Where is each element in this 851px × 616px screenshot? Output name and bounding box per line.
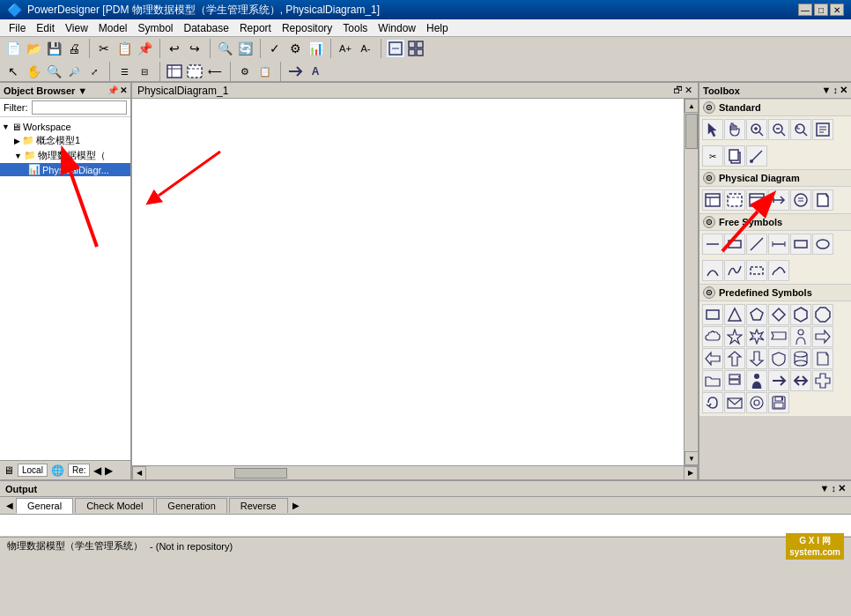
ob-pin-button[interactable]: 📌 [107, 85, 118, 95]
sym-folder[interactable] [702, 370, 723, 391]
local-tab[interactable]: Local [18, 464, 48, 477]
tool-table2[interactable] [746, 189, 767, 211]
tool-diagonal[interactable] [746, 234, 767, 255]
generate-button[interactable]: ⚙ [285, 39, 305, 58]
tb2-align[interactable]: ⊟ [135, 62, 154, 81]
tb2-view[interactable] [185, 62, 204, 81]
check-button[interactable]: ✓ [265, 39, 285, 58]
output-pin-btn[interactable]: ▼ [820, 483, 830, 494]
tool-hline[interactable] [702, 234, 723, 255]
tool-table[interactable] [702, 189, 723, 211]
tool-doc[interactable] [812, 189, 833, 211]
paste-button[interactable]: 📌 [135, 39, 154, 58]
tree-item-physdiagram[interactable]: 📊 PhysicalDiagr... [0, 163, 130, 176]
nav-arrows-right[interactable]: ▶ [290, 501, 302, 510]
sym-arrow-up[interactable] [724, 348, 745, 369]
tool-fk[interactable] [768, 189, 789, 211]
tool-zoom-in[interactable] [746, 119, 767, 140]
maximize-button[interactable]: □ [814, 4, 828, 16]
menu-item-report[interactable]: Report [234, 22, 277, 34]
tb2-props[interactable]: ☰ [115, 62, 134, 81]
tb2-ref[interactable]: ⟵ [205, 62, 225, 81]
tree-item-physmodel[interactable]: ▼ 📁 物理数据模型（ [0, 148, 130, 163]
sym-doc2[interactable] [812, 348, 833, 369]
scroll-down-button[interactable]: ▼ [684, 451, 698, 465]
tool-rect2[interactable] [790, 234, 811, 255]
sym-arrow-down[interactable] [746, 348, 767, 369]
sym-envelope[interactable] [724, 392, 745, 413]
new-button[interactable]: 📄 [4, 39, 23, 58]
cut-button[interactable]: ✂ [94, 39, 114, 58]
menu-item-repository[interactable]: Repository [277, 22, 337, 34]
zoom-in-button[interactable]: A+ [336, 39, 355, 58]
sym-person[interactable] [790, 326, 811, 347]
tb2-extra1[interactable]: ⚙ [235, 62, 255, 81]
tb2-table[interactable] [165, 62, 184, 81]
menu-item-window[interactable]: Window [373, 22, 421, 34]
sym-shield[interactable] [768, 348, 789, 369]
diagram-close-btn[interactable]: ✕ [684, 85, 692, 96]
scroll-thumb[interactable] [685, 114, 698, 149]
output-close-btn[interactable]: ✕ [838, 483, 846, 494]
tb2-fit[interactable]: ⤢ [85, 62, 104, 81]
sym-star6[interactable] [746, 326, 767, 347]
tool-hand[interactable] [724, 119, 745, 140]
sym-db[interactable] [790, 348, 811, 369]
tb2-link[interactable] [285, 62, 305, 81]
tool-ellipse[interactable] [812, 234, 833, 255]
tab-generation[interactable]: Generation [156, 498, 226, 513]
sym-plus[interactable] [812, 370, 833, 391]
refresh-button[interactable]: 🔄 [235, 39, 255, 58]
tool-zoom-out[interactable] [768, 119, 789, 140]
sym-hexagon[interactable] [790, 304, 811, 325]
zoom-out-button[interactable]: A- [356, 39, 375, 58]
sym-arrow-left[interactable] [702, 348, 723, 369]
tree-item-workspace[interactable]: ▼ 🖥 Workspace [0, 121, 130, 133]
hscroll-left-button[interactable]: ◀ [132, 466, 146, 480]
sym-star5[interactable] [724, 326, 745, 347]
diagram-float-btn[interactable]: 🗗 [673, 85, 683, 96]
diagram-canvas[interactable] [132, 99, 684, 465]
tb2-extra2[interactable]: 📋 [255, 62, 275, 81]
menu-item-model[interactable]: Model [93, 22, 133, 34]
tool-rect-free[interactable] [724, 234, 745, 255]
menu-item-symbol[interactable]: Symbol [133, 22, 179, 34]
report-button[interactable]: 📊 [306, 39, 325, 58]
tb2-zoom-out[interactable]: 🔎 [64, 62, 84, 81]
toolbox-pin-btn[interactable]: ▼ [822, 85, 832, 96]
tb2-text[interactable]: A [306, 62, 325, 81]
free-symbols-section-header[interactable]: ⊙ Free Symbols [699, 213, 851, 231]
menu-item-view[interactable]: View [60, 22, 93, 34]
sym-disk[interactable] [768, 392, 789, 413]
sym-server[interactable] [724, 370, 745, 391]
predefined-symbols-collapse-btn[interactable]: ⊙ [703, 286, 715, 299]
physical-diagram-collapse-btn[interactable]: ⊙ [703, 172, 715, 184]
nav-prev[interactable]: ◀ [93, 464, 101, 477]
sym-arrow2-r[interactable] [768, 370, 789, 391]
undo-button[interactable]: ↩ [165, 39, 184, 58]
tb2-1[interactable]: ↖ [4, 62, 23, 81]
hscroll-right-button[interactable]: ▶ [684, 466, 698, 480]
ob-close-button[interactable]: ✕ [120, 85, 127, 95]
find-button[interactable]: 🔍 [215, 39, 234, 58]
tab-checkmodel[interactable]: Check Model [75, 498, 154, 513]
tool-freehand[interactable] [768, 260, 789, 281]
tool-pointer[interactable] [702, 119, 723, 140]
menu-item-database[interactable]: Database [179, 22, 234, 34]
physical-diagram-section-header[interactable]: ⊙ Physical Diagram [699, 169, 851, 187]
nav-arrows-left[interactable]: ◀ [4, 501, 16, 510]
free-symbols-collapse-btn[interactable]: ⊙ [703, 216, 715, 228]
tb-extra1[interactable] [386, 39, 405, 58]
menu-item-tools[interactable]: Tools [337, 22, 373, 34]
nav-next[interactable]: ▶ [105, 464, 113, 477]
tool-curve[interactable] [724, 260, 745, 281]
sym-pentagon[interactable] [746, 304, 767, 325]
tab-reverse[interactable]: Reverse [229, 498, 288, 513]
sym-tape[interactable] [746, 392, 767, 413]
toolbox-close-btn[interactable]: ✕ [840, 85, 847, 96]
tool-proc[interactable] [790, 189, 811, 211]
menu-item-edit[interactable]: Edit [31, 22, 60, 34]
menu-item-help[interactable]: Help [421, 22, 454, 34]
tool-arc[interactable] [702, 260, 723, 281]
tool-zoom-fit[interactable] [790, 119, 811, 140]
